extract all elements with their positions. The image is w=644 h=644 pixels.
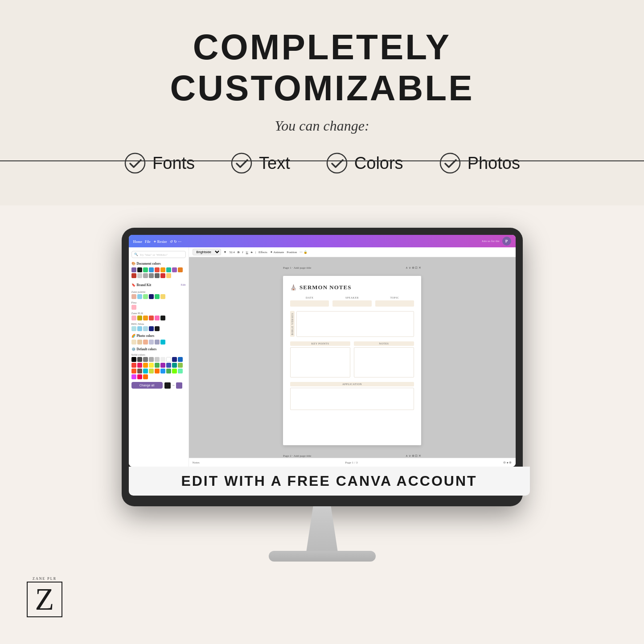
- color-swatch[interactable]: [178, 363, 183, 368]
- color-swatch[interactable]: [166, 273, 171, 278]
- color-swatch[interactable]: [160, 267, 165, 272]
- color-swatch[interactable]: [137, 326, 142, 331]
- sermon-title: SERMON NOTES: [299, 284, 351, 291]
- color-swatch[interactable]: [143, 294, 148, 299]
- avatar-button[interactable]: P: [502, 237, 511, 246]
- color-swatch[interactable]: [131, 316, 136, 320]
- color-swatch[interactable]: [149, 340, 154, 345]
- color-swatch[interactable]: [137, 316, 142, 320]
- color-swatch[interactable]: [178, 357, 183, 362]
- color-swatch[interactable]: [160, 294, 165, 299]
- color-swatch[interactable]: [131, 294, 136, 299]
- color-swatch[interactable]: [149, 363, 154, 368]
- color-swatch[interactable]: [149, 326, 154, 331]
- color-swatch[interactable]: [137, 374, 142, 379]
- color-swatch[interactable]: [137, 363, 142, 368]
- color-swatch[interactable]: [149, 357, 154, 362]
- bold-icon[interactable]: B: [238, 250, 240, 254]
- feature-text: Text: [230, 152, 290, 174]
- color-swatch[interactable]: [172, 267, 177, 272]
- notes-tab[interactable]: Notes: [193, 461, 200, 464]
- search-icon: 🔍: [134, 253, 138, 256]
- color-swatch[interactable]: [149, 316, 154, 320]
- color-swatch[interactable]: [160, 363, 165, 368]
- feature-label-fonts: Fonts: [152, 154, 195, 173]
- animate-text[interactable]: ✦ Animate: [270, 250, 284, 254]
- color-swatch[interactable]: [155, 267, 160, 272]
- color-swatch[interactable]: [131, 363, 136, 368]
- color-swatch[interactable]: [166, 267, 171, 272]
- color-swatch[interactable]: [137, 369, 142, 373]
- doc-color-grid: [131, 267, 186, 278]
- color-swatch[interactable]: [137, 273, 142, 278]
- color-swatch[interactable]: [149, 267, 154, 272]
- color-swatch[interactable]: [143, 357, 148, 362]
- color-swatch[interactable]: [155, 273, 160, 278]
- color-swatch[interactable]: [143, 326, 148, 331]
- to-swatch[interactable]: [176, 382, 182, 389]
- monitor-bottom-label: EDIT WITH A FREE CANVA ACCOUNT: [129, 467, 530, 496]
- color-swatch[interactable]: [143, 369, 148, 373]
- color-swatch[interactable]: [149, 369, 154, 373]
- color-swatch[interactable]: [143, 273, 148, 278]
- italic-icon[interactable]: I: [242, 250, 243, 254]
- color-swatch[interactable]: [160, 340, 165, 345]
- size-value: 52.4: [229, 250, 234, 254]
- effects-text[interactable]: Effects: [258, 250, 267, 254]
- color-swatch[interactable]: [160, 273, 165, 278]
- sermon-fields: DATE SPEAKER TOPIC: [290, 296, 414, 307]
- color-swatch[interactable]: [155, 316, 160, 320]
- color-swatch[interactable]: [131, 273, 136, 278]
- color-swatch[interactable]: [155, 363, 160, 368]
- color-swatch[interactable]: [143, 316, 148, 320]
- panel-search[interactable]: 🔍 Try "blue" or "#00b4cc": [131, 251, 186, 258]
- color-swatch[interactable]: [155, 340, 160, 345]
- color-swatch[interactable]: [137, 294, 142, 299]
- color-swatch[interactable]: [131, 267, 136, 272]
- color-swatch[interactable]: [137, 267, 142, 272]
- application-content: [290, 388, 414, 410]
- color-swatch[interactable]: [131, 326, 136, 331]
- color-swatch[interactable]: [143, 374, 148, 379]
- color-swatch[interactable]: [166, 357, 171, 362]
- solid-colors-label: Solid colors: [131, 353, 186, 356]
- color-swatch[interactable]: [131, 340, 136, 345]
- color-swatch[interactable]: [155, 369, 160, 373]
- color-swatch[interactable]: [172, 357, 177, 362]
- color-swatch[interactable]: [160, 316, 165, 320]
- color-swatch[interactable]: [155, 294, 160, 299]
- color-swatch[interactable]: [155, 357, 160, 362]
- from-swatch[interactable]: [164, 382, 171, 389]
- underline-icon[interactable]: U: [246, 250, 248, 254]
- change-all-button[interactable]: Change all: [131, 382, 163, 389]
- color-swatch[interactable]: [166, 363, 171, 368]
- feature-fonts: Fonts: [124, 152, 195, 174]
- zoom-controls[interactable]: ⊖ ● ⊕: [503, 461, 512, 464]
- color-swatch[interactable]: [178, 267, 183, 272]
- color-swatch[interactable]: [143, 267, 148, 272]
- color-swatch[interactable]: [143, 363, 148, 368]
- color-swatch[interactable]: [172, 363, 177, 368]
- strikethrough-icon[interactable]: S: [251, 250, 253, 254]
- color-swatch[interactable]: [131, 305, 136, 310]
- color-swatch[interactable]: [149, 294, 154, 299]
- position-text[interactable]: Position: [287, 250, 297, 254]
- top-section: COMPLETELY CUSTOMIZABLE You can change: …: [0, 0, 644, 205]
- color-swatch[interactable]: [131, 357, 136, 362]
- color-swatch[interactable]: [131, 374, 136, 379]
- sermon-icon: ⛪: [290, 284, 297, 291]
- font-select[interactable]: Brightside: [193, 249, 221, 255]
- edit-link[interactable]: Edit: [181, 283, 186, 286]
- color-swatch[interactable]: [160, 369, 165, 373]
- color-swatch[interactable]: [131, 369, 136, 373]
- color-swatch[interactable]: [155, 326, 160, 331]
- color-swatch[interactable]: [137, 340, 142, 345]
- color-swatch[interactable]: [149, 273, 154, 278]
- color-swatch[interactable]: [166, 369, 171, 373]
- color-swatch[interactable]: [172, 369, 177, 373]
- color-swatch[interactable]: [137, 357, 142, 362]
- photo-colors-title: 🌈 Photo colors: [131, 334, 186, 338]
- color-swatch[interactable]: [143, 340, 148, 345]
- color-swatch[interactable]: [160, 357, 165, 362]
- color-swatch[interactable]: [178, 369, 183, 373]
